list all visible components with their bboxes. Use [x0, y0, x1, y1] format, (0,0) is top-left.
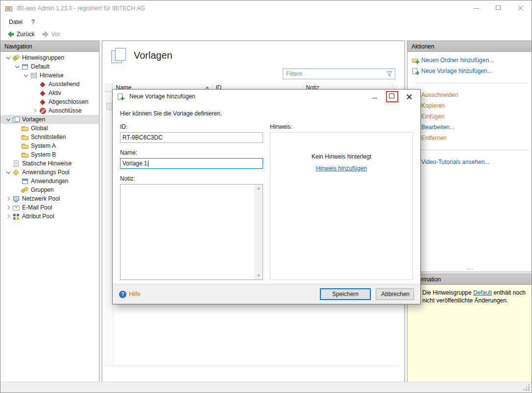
chevron-right-icon[interactable]: [31, 107, 39, 115]
chevron-down-icon[interactable]: [4, 54, 12, 62]
dialog-minimize-icon[interactable]: [370, 92, 380, 101]
notiz-label: Notiz:: [120, 175, 263, 183]
information-panel: Information Die Hinweisgruppe Default en…: [407, 274, 532, 383]
notiz-textarea[interactable]: [120, 184, 263, 280]
default-group-link[interactable]: Default: [473, 289, 492, 296]
tree-item-vorlagen[interactable]: Vorlagen: [0, 115, 99, 124]
dialog-footer: Hilfe Speichern Abbrechen: [113, 284, 420, 304]
tree-indent-spacer: [4, 160, 12, 167]
action-label: Einfügen: [421, 113, 444, 120]
tree-item-schnittstellen[interactable]: Schnittstellen: [0, 133, 99, 141]
actions-list: Neuen Ordner hinzufügen...Neue Vorlage h…: [408, 52, 532, 167]
content-header: Vorlagen: [102, 41, 404, 64]
hinweisgruppen-icon: [12, 54, 20, 62]
action-bearbeiten[interactable]: Bearbeiten...: [408, 122, 532, 133]
vertical-scrollbar[interactable]: [254, 185, 263, 279]
minimize-icon[interactable]: [465, 0, 487, 16]
dialog-title: Neue Vorlage hinzufügen: [129, 93, 195, 100]
folder-icon: [21, 142, 29, 150]
title-bar[interactable]: IBI-aws Admin 1.23.0 - registriert für I…: [0, 0, 532, 16]
tree-item-statische-hinweise[interactable]: Statische Hinweise: [0, 159, 99, 168]
tree-item-ausstehend[interactable]: Ausstehend: [0, 80, 99, 89]
tree-indent-spacer: [13, 177, 21, 185]
filter-icon[interactable]: [386, 71, 393, 77]
chevron-down-icon[interactable]: [22, 71, 30, 79]
dialog-maximize-icon[interactable]: [386, 91, 398, 102]
actions-overflow[interactable]: ...: [408, 264, 532, 271]
filter-input[interactable]: [285, 70, 386, 78]
close-icon[interactable]: [509, 0, 532, 16]
tree-item-label: System A: [31, 142, 56, 149]
dialog-body: Hier können Sie die Vorlage definieren. …: [113, 103, 420, 284]
name-input[interactable]: Vorlage 1: [120, 158, 263, 169]
chevron-down-icon[interactable]: [4, 116, 12, 123]
menu-help[interactable]: ?: [27, 17, 39, 27]
action-ausschneiden[interactable]: Ausschneiden: [408, 90, 532, 100]
info-message: Die Hinweisgruppe Default enthält noch n…: [408, 285, 532, 308]
resize-grip-icon[interactable]: [528, 389, 530, 391]
text-caret: [148, 161, 148, 167]
information-header: Information: [408, 274, 532, 285]
tree-item-aktiv[interactable]: Aktiv: [0, 89, 99, 97]
scroll-down-icon[interactable]: [257, 275, 261, 277]
tree-item-abgeschlossen[interactable]: Abgeschlossen: [0, 97, 99, 106]
tree-item-anwendungen[interactable]: Anwendungen: [0, 177, 99, 185]
chevron-right-icon[interactable]: [4, 204, 12, 211]
action-neuen-ordner-hinzufügen[interactable]: Neuen Ordner hinzufügen...: [408, 55, 532, 66]
grid-bottom-line: [105, 366, 398, 366]
tree-item-system-a[interactable]: System A: [0, 141, 99, 150]
hinweis-hinzufuegen-link[interactable]: Hinweis hinzufügen: [316, 165, 367, 172]
action-einfügen[interactable]: Einfügen: [408, 111, 532, 122]
actions-header: Aktionen: [408, 41, 532, 52]
chevron-right-icon[interactable]: [4, 195, 12, 203]
help-button[interactable]: Hilfe: [119, 291, 141, 298]
action-kopieren[interactable]: Kopieren: [408, 100, 532, 111]
anwendungen-icon: [21, 178, 29, 185]
chevron-right-icon[interactable]: [4, 212, 12, 220]
tree-item-hinweise[interactable]: Hinweise: [0, 71, 99, 80]
scroll-up-icon[interactable]: [257, 187, 261, 189]
nav-tree: HinweisgruppenDefaultHinweiseAusstehendA…: [0, 52, 99, 221]
action-entfernen[interactable]: Entfernen: [408, 133, 532, 143]
tree-indent-spacer: [13, 133, 21, 141]
dialog-left-column: ID: Name: Vorlage 1 Notiz:: [120, 123, 263, 280]
tree-item-system-b[interactable]: System B: [0, 150, 99, 159]
tree-item-netzwerk-pool[interactable]: Netzwerk Pool: [0, 194, 99, 203]
dialog-close-icon[interactable]: [404, 92, 414, 101]
hinweis-empty-text: Kein Hinweis hinterlegt: [312, 153, 371, 160]
tree-item-ausschlüsse[interactable]: Ausschlüsse: [0, 106, 99, 115]
dialog-title-bar[interactable]: Neue Vorlage hinzufügen: [113, 90, 420, 103]
actions-panel: Aktionen Neuen Ordner hinzufügen...Neue …: [407, 41, 532, 272]
action-video-tutorials-ansehen[interactable]: Video-Tutorials ansehen...: [408, 157, 532, 167]
tree-item-label: Attribut Pool: [22, 213, 54, 220]
name-label: Name:: [120, 149, 263, 157]
forward-arrow-icon: [42, 30, 49, 38]
action-neue-vorlage-hinzufügen[interactable]: Neue Vorlage hinzufügen...: [408, 66, 532, 76]
tree-item-attribut-pool[interactable]: Attribut Pool: [0, 212, 99, 221]
tree-item-default[interactable]: Default: [0, 62, 99, 71]
back-button[interactable]: Zurück: [3, 29, 38, 39]
tree-item-gruppen[interactable]: Gruppen: [0, 185, 99, 194]
id-input[interactable]: [120, 132, 263, 143]
chevron-down-icon[interactable]: [13, 63, 21, 70]
tree-indent-spacer: [31, 80, 39, 88]
chevron-down-icon[interactable]: [4, 168, 12, 176]
tree-item-label: Hinweise: [40, 72, 64, 79]
tree-item-global[interactable]: Global: [0, 124, 99, 133]
maximize-icon[interactable]: [487, 0, 509, 16]
speichern-button[interactable]: Speichern: [320, 288, 371, 300]
window-title: IBI-aws Admin 1.23.0 - registriert für I…: [17, 5, 145, 12]
tree-item-anwendungs-pool[interactable]: Anwendungs Pool: [0, 168, 99, 177]
folder-icon: [21, 134, 29, 141]
tree-indent-spacer: [31, 89, 39, 97]
menu-datei[interactable]: Datei: [4, 17, 27, 27]
actions-separator: [415, 83, 529, 83]
gruppen-icon: [21, 186, 29, 194]
tree-indent-spacer: [31, 98, 39, 106]
pool-icon: [12, 169, 20, 176]
statische-hinweise-icon: [12, 160, 20, 167]
back-label: Zurück: [17, 31, 35, 38]
tree-item-hinweisgruppen[interactable]: Hinweisgruppen: [0, 53, 99, 62]
tree-item-e-mail-pool[interactable]: E-Mail Pool: [0, 203, 99, 212]
abbrechen-button[interactable]: Abbrechen: [376, 288, 414, 300]
